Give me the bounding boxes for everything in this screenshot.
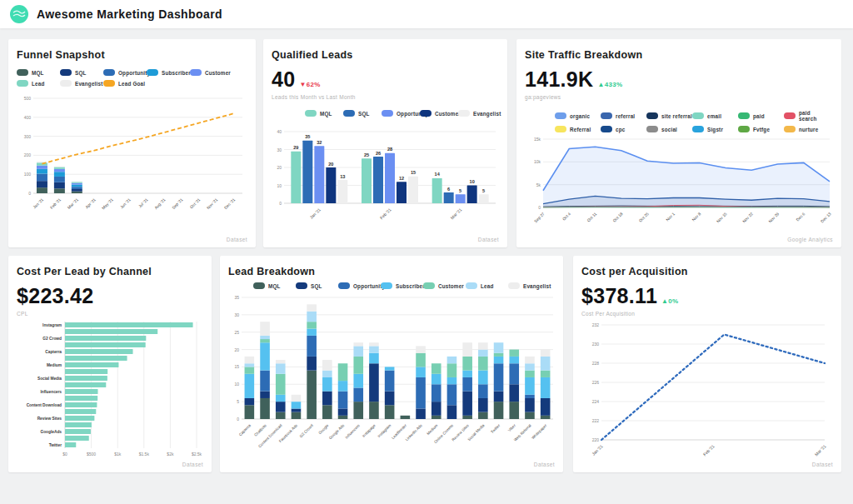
legend-swatch: [458, 110, 470, 117]
svg-text:Oct 25: Oct 25: [638, 212, 650, 223]
legend-item-cpc[interactable]: cpc: [601, 126, 646, 132]
legend-item-email[interactable]: email: [692, 110, 738, 122]
svg-text:Instapage: Instapage: [362, 423, 377, 438]
leadbreak-legend: MQLSQLOpportunitySubscriberCustomerLeadE…: [253, 282, 555, 289]
cpl-kpi-row: $223.42: [17, 284, 203, 308]
svg-text:232: 232: [592, 322, 600, 327]
legend-label: SQL: [358, 111, 370, 117]
legend-swatch: [381, 282, 392, 289]
app-logo-icon: [10, 5, 28, 23]
legend-swatch: [60, 80, 72, 87]
legend-item-opportunity[interactable]: Opportunity: [382, 110, 420, 117]
legend-item-evangelist[interactable]: Evangelist: [458, 110, 496, 117]
svg-text:Social Media: Social Media: [466, 423, 485, 442]
legend-item-customer[interactable]: Customer: [420, 110, 458, 117]
legend-item-sql[interactable]: SQL: [343, 110, 382, 117]
svg-text:40: 40: [277, 129, 282, 134]
legend-item-social[interactable]: social: [646, 126, 692, 132]
legend-item-sql[interactable]: SQL: [60, 69, 103, 76]
legend-label: Customer: [205, 70, 231, 76]
cpa-card-title: Cost per Acquisition: [581, 266, 833, 277]
legend-item-site-referral[interactable]: site referral: [646, 110, 692, 122]
svg-text:Sep 27: Sep 27: [533, 212, 546, 224]
legend-swatch: [253, 282, 265, 289]
legend-item-mql[interactable]: MQL: [253, 282, 296, 289]
cpa-source-label: Dataset: [812, 462, 833, 467]
legend-item-paid[interactable]: paid: [738, 110, 784, 122]
traffic-source-label: Google Analytics: [787, 237, 833, 242]
cpa-kpi-value: $378.11: [581, 284, 657, 308]
svg-text:Whitepaper: Whitepaper: [531, 423, 547, 440]
svg-text:LinkedIn Ads: LinkedIn Ads: [405, 423, 424, 442]
svg-text:14: 14: [435, 172, 441, 177]
legend-item-referral[interactable]: referral: [601, 110, 646, 122]
legend-swatch: [60, 69, 72, 76]
svg-text:Capterra: Capterra: [45, 350, 62, 354]
svg-text:Apr '21: Apr '21: [85, 197, 97, 209]
legend-label: paid search: [799, 110, 830, 122]
cpl-card-title: Cost Per Lead by Channel: [17, 266, 203, 277]
svg-text:6: 6: [447, 187, 450, 192]
svg-text:Feb '21: Feb '21: [49, 197, 62, 210]
traffic-card-title: Site Traffic Breakdown: [525, 49, 833, 61]
legend-item-subscriber[interactable]: Subscriber: [147, 69, 190, 76]
svg-text:30: 30: [277, 147, 282, 152]
svg-text:Oct 18: Oct 18: [612, 212, 624, 223]
qualified-card-title: Qualified Leads: [272, 49, 499, 61]
legend-swatch: [692, 112, 704, 119]
svg-text:Nov '21: Nov '21: [206, 197, 218, 210]
svg-text:$1.5k: $1.5k: [139, 452, 150, 457]
legend-item-sql[interactable]: SQL: [296, 282, 338, 289]
svg-text:$2.5k: $2.5k: [192, 452, 202, 457]
svg-text:Medium: Medium: [426, 423, 438, 436]
svg-text:Nov 29: Nov 29: [768, 212, 781, 224]
legend-label: referral: [616, 113, 635, 119]
legend-item-lead[interactable]: Lead: [466, 282, 508, 289]
cost-per-lead-card: Cost Per Lead by Channel $223.42 CPL $0$…: [8, 256, 212, 472]
legend-label: Evangelist: [473, 111, 501, 117]
svg-text:Twitter: Twitter: [49, 443, 62, 447]
legend-item-lead-goal[interactable]: Lead Goal: [103, 80, 147, 87]
legend-label: Customer: [438, 283, 464, 289]
leadbreak-source-label: Dataset: [534, 462, 555, 467]
legend-item-sigstr[interactable]: Sigstr: [692, 126, 738, 132]
legend-item-evangelist[interactable]: Evangelist: [508, 282, 551, 289]
legend-item-opportunity[interactable]: Opportunity: [338, 282, 381, 289]
svg-text:Dec 6: Dec 6: [796, 212, 806, 222]
svg-text:Social Media: Social Media: [37, 377, 62, 381]
legend-item-subscriber[interactable]: Subscriber: [381, 282, 423, 289]
legend-item-mql[interactable]: MQL: [17, 69, 60, 76]
svg-text:Mar '21: Mar '21: [814, 443, 827, 457]
svg-text:26: 26: [376, 151, 381, 156]
legend-swatch: [738, 112, 750, 119]
legend-item-organic[interactable]: organic: [555, 110, 601, 122]
legend-item-nurture[interactable]: nurture: [784, 126, 830, 132]
legend-item-opportunity[interactable]: Opportunity: [103, 69, 147, 76]
legend-item-referral[interactable]: Referral: [555, 126, 601, 132]
legend-item-mql[interactable]: MQL: [305, 110, 343, 117]
svg-text:Capterra: Capterra: [238, 423, 252, 437]
svg-text:Jan '21: Jan '21: [32, 197, 45, 210]
legend-label: Lead Goal: [118, 81, 145, 87]
page-title: Awesome Marketing Dashboard: [37, 7, 222, 21]
svg-text:$500: $500: [87, 452, 96, 457]
legend-item-customer[interactable]: Customer: [423, 282, 466, 289]
legend-item-paid-search[interactable]: paid search: [784, 110, 830, 122]
svg-text:29: 29: [293, 145, 298, 150]
legend-item-customer[interactable]: Customer: [190, 69, 233, 76]
svg-text:200: 200: [24, 152, 32, 157]
legend-item-lead[interactable]: Lead: [17, 80, 60, 87]
funnel-card-title: Funnel Snapshot: [17, 49, 247, 61]
svg-text:Mar '21: Mar '21: [449, 207, 462, 220]
legend-label: site referral: [661, 113, 692, 119]
svg-text:Aug '21: Aug '21: [154, 197, 167, 210]
svg-text:5k: 5k: [536, 182, 541, 187]
legend-label: social: [661, 127, 677, 132]
legend-label: email: [707, 113, 721, 119]
cost-per-acquisition-card: Cost per Acquisition $378.11 ▲0% Cost Pe…: [573, 256, 841, 472]
legend-item-fvtfge[interactable]: Fvtfge: [738, 126, 784, 132]
legend-item-evangelist[interactable]: Evangelist: [60, 80, 103, 87]
svg-text:0: 0: [279, 201, 282, 206]
legend-label: MQL: [32, 70, 44, 76]
svg-text:15k: 15k: [534, 137, 541, 142]
